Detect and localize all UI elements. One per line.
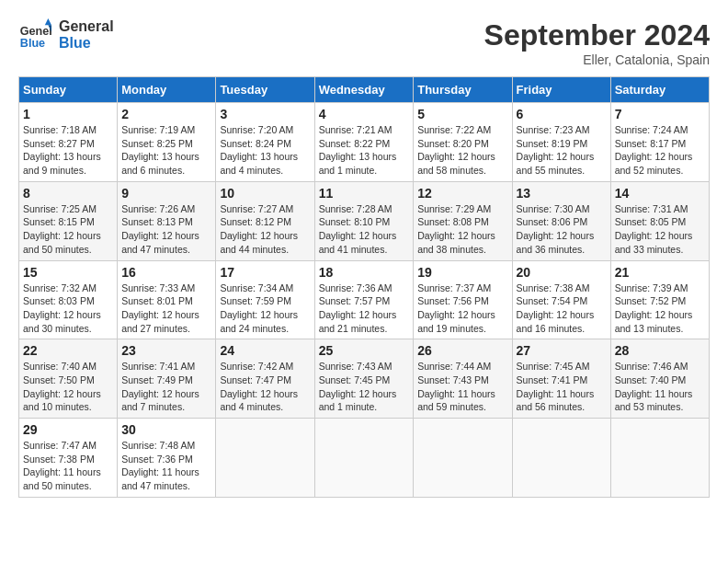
day-number: 6 [517, 107, 607, 121]
calendar-cell: 9Sunrise: 7:26 AM Sunset: 8:13 PM Daylig… [118, 181, 216, 260]
calendar-cell: 10Sunrise: 7:27 AM Sunset: 8:12 PM Dayli… [216, 181, 314, 260]
day-info: Sunrise: 7:19 AM Sunset: 8:25 PM Dayligh… [121, 123, 211, 178]
page-header: General Blue General Blue September 2024… [18, 18, 710, 67]
calendar-cell: 16Sunrise: 7:33 AM Sunset: 8:01 PM Dayli… [118, 260, 216, 339]
day-info: Sunrise: 7:27 AM Sunset: 8:12 PM Dayligh… [220, 202, 310, 257]
calendar-week-row: 29Sunrise: 7:47 AM Sunset: 7:38 PM Dayli… [19, 419, 710, 498]
day-info: Sunrise: 7:28 AM Sunset: 8:10 PM Dayligh… [319, 202, 410, 257]
weekday-header: Sunday [19, 77, 118, 103]
logo: General Blue General Blue [18, 18, 114, 52]
day-number: 3 [220, 107, 310, 121]
day-number: 25 [319, 343, 410, 358]
day-info: Sunrise: 7:33 AM Sunset: 8:01 PM Dayligh… [121, 282, 211, 336]
calendar-week-row: 22Sunrise: 7:40 AM Sunset: 7:50 PM Dayli… [19, 339, 710, 419]
day-number: 8 [23, 186, 113, 201]
day-number: 24 [220, 343, 310, 358]
day-info: Sunrise: 7:46 AM Sunset: 7:40 PM Dayligh… [615, 360, 705, 414]
calendar-cell: 20Sunrise: 7:38 AM Sunset: 7:54 PM Dayli… [512, 260, 610, 339]
calendar-cell [314, 419, 414, 498]
month-title: September 2024 [484, 18, 710, 52]
calendar-cell: 24Sunrise: 7:42 AM Sunset: 7:47 PM Dayli… [216, 339, 314, 419]
calendar-cell: 21Sunrise: 7:39 AM Sunset: 7:52 PM Dayli… [610, 260, 709, 339]
calendar-cell: 1Sunrise: 7:18 AM Sunset: 8:27 PM Daylig… [19, 103, 118, 182]
day-info: Sunrise: 7:45 AM Sunset: 7:41 PM Dayligh… [517, 360, 607, 414]
calendar-week-row: 8Sunrise: 7:25 AM Sunset: 8:15 PM Daylig… [19, 181, 710, 260]
day-number: 7 [615, 107, 705, 121]
day-info: Sunrise: 7:42 AM Sunset: 7:47 PM Dayligh… [220, 360, 310, 414]
calendar-cell: 17Sunrise: 7:34 AM Sunset: 7:59 PM Dayli… [216, 260, 314, 339]
calendar-cell [512, 419, 610, 498]
weekday-header: Wednesday [314, 77, 414, 103]
calendar-cell: 29Sunrise: 7:47 AM Sunset: 7:38 PM Dayli… [19, 419, 118, 498]
day-number: 23 [121, 343, 211, 358]
day-number: 30 [121, 422, 211, 437]
day-number: 19 [417, 265, 507, 280]
day-number: 14 [615, 186, 705, 201]
day-number: 27 [517, 343, 607, 358]
calendar-cell: 8Sunrise: 7:25 AM Sunset: 8:15 PM Daylig… [19, 181, 118, 260]
day-info: Sunrise: 7:24 AM Sunset: 8:17 PM Dayligh… [615, 123, 705, 178]
weekday-header: Friday [512, 77, 610, 103]
day-number: 26 [417, 343, 507, 358]
day-number: 20 [517, 265, 607, 280]
calendar-week-row: 1Sunrise: 7:18 AM Sunset: 8:27 PM Daylig… [19, 103, 710, 182]
day-number: 11 [319, 186, 410, 201]
weekday-header: Thursday [414, 77, 512, 103]
logo-general: General [59, 18, 114, 35]
calendar-cell: 2Sunrise: 7:19 AM Sunset: 8:25 PM Daylig… [118, 103, 216, 182]
calendar-cell: 11Sunrise: 7:28 AM Sunset: 8:10 PM Dayli… [314, 181, 414, 260]
calendar-cell: 28Sunrise: 7:46 AM Sunset: 7:40 PM Dayli… [610, 339, 709, 419]
calendar-cell: 25Sunrise: 7:43 AM Sunset: 7:45 PM Dayli… [314, 339, 414, 419]
calendar-cell: 12Sunrise: 7:29 AM Sunset: 8:08 PM Dayli… [414, 181, 512, 260]
svg-marker-2 [45, 18, 51, 25]
day-info: Sunrise: 7:37 AM Sunset: 7:56 PM Dayligh… [417, 282, 507, 336]
day-info: Sunrise: 7:30 AM Sunset: 8:06 PM Dayligh… [517, 202, 607, 257]
logo-icon: General Blue [18, 18, 51, 52]
day-number: 18 [319, 265, 410, 280]
day-info: Sunrise: 7:38 AM Sunset: 7:54 PM Dayligh… [517, 282, 607, 336]
day-number: 22 [23, 343, 113, 358]
day-info: Sunrise: 7:41 AM Sunset: 7:49 PM Dayligh… [121, 360, 211, 414]
day-info: Sunrise: 7:36 AM Sunset: 7:57 PM Dayligh… [319, 282, 410, 336]
weekday-header: Tuesday [216, 77, 314, 103]
weekday-header: Saturday [610, 77, 709, 103]
calendar-cell: 3Sunrise: 7:20 AM Sunset: 8:24 PM Daylig… [216, 103, 314, 182]
day-number: 2 [121, 107, 211, 121]
day-number: 9 [121, 186, 211, 201]
calendar-cell: 19Sunrise: 7:37 AM Sunset: 7:56 PM Dayli… [414, 260, 512, 339]
title-area: September 2024 Eller, Catalonia, Spain [484, 18, 710, 67]
day-number: 15 [23, 265, 113, 280]
day-info: Sunrise: 7:44 AM Sunset: 7:43 PM Dayligh… [417, 360, 507, 414]
day-info: Sunrise: 7:39 AM Sunset: 7:52 PM Dayligh… [615, 282, 705, 336]
day-number: 16 [121, 265, 211, 280]
logo-blue: Blue [59, 35, 114, 52]
day-info: Sunrise: 7:43 AM Sunset: 7:45 PM Dayligh… [319, 360, 410, 414]
calendar-cell: 22Sunrise: 7:40 AM Sunset: 7:50 PM Dayli… [19, 339, 118, 419]
calendar-cell: 18Sunrise: 7:36 AM Sunset: 7:57 PM Dayli… [314, 260, 414, 339]
day-info: Sunrise: 7:47 AM Sunset: 7:38 PM Dayligh… [23, 439, 113, 493]
day-info: Sunrise: 7:18 AM Sunset: 8:27 PM Dayligh… [23, 123, 113, 178]
day-number: 29 [23, 422, 113, 437]
weekday-header-row: SundayMondayTuesdayWednesdayThursdayFrid… [19, 77, 710, 103]
day-info: Sunrise: 7:21 AM Sunset: 8:22 PM Dayligh… [319, 123, 410, 178]
day-number: 10 [220, 186, 310, 201]
calendar-week-row: 15Sunrise: 7:32 AM Sunset: 8:03 PM Dayli… [19, 260, 710, 339]
calendar-cell [216, 419, 314, 498]
calendar-cell: 14Sunrise: 7:31 AM Sunset: 8:05 PM Dayli… [610, 181, 709, 260]
day-info: Sunrise: 7:34 AM Sunset: 7:59 PM Dayligh… [220, 282, 310, 336]
day-info: Sunrise: 7:31 AM Sunset: 8:05 PM Dayligh… [615, 202, 705, 257]
day-info: Sunrise: 7:48 AM Sunset: 7:36 PM Dayligh… [121, 439, 211, 493]
day-info: Sunrise: 7:29 AM Sunset: 8:08 PM Dayligh… [417, 202, 507, 257]
location-label: Eller, Catalonia, Spain [484, 52, 710, 67]
day-number: 13 [517, 186, 607, 201]
calendar-cell: 13Sunrise: 7:30 AM Sunset: 8:06 PM Dayli… [512, 181, 610, 260]
day-number: 5 [417, 107, 507, 121]
calendar-table: SundayMondayTuesdayWednesdayThursdayFrid… [18, 76, 710, 498]
day-number: 17 [220, 265, 310, 280]
svg-text:Blue: Blue [20, 37, 45, 50]
calendar-cell: 6Sunrise: 7:23 AM Sunset: 8:19 PM Daylig… [512, 103, 610, 182]
calendar-cell [610, 419, 709, 498]
day-number: 4 [319, 107, 410, 121]
day-info: Sunrise: 7:25 AM Sunset: 8:15 PM Dayligh… [23, 202, 113, 257]
calendar-cell: 30Sunrise: 7:48 AM Sunset: 7:36 PM Dayli… [118, 419, 216, 498]
